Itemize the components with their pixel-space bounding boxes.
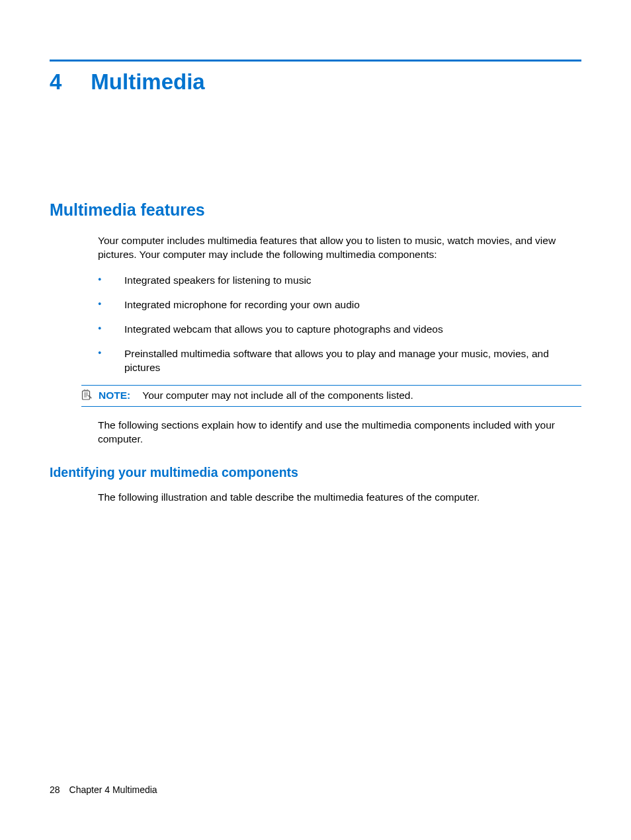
- footer-chapter-label: Chapter 4 Multimedia: [69, 784, 157, 795]
- chapter-title: Multimedia: [91, 69, 204, 94]
- list-item: Integrated speakers for listening to mus…: [98, 274, 581, 288]
- svg-rect-0: [83, 391, 90, 399]
- chapter-rule: [50, 60, 581, 62]
- note-label: NOTE:: [99, 390, 130, 401]
- note-icon: [81, 390, 95, 403]
- document-page: 4Multimedia Multimedia features Your com…: [0, 0, 631, 840]
- list-item: Integrated webcam that allows you to cap…: [98, 323, 581, 337]
- section-heading: Multimedia features: [50, 200, 581, 220]
- chapter-number: 4: [50, 69, 62, 95]
- note-box: NOTE: Your computer may not include all …: [81, 385, 581, 407]
- subsection-heading: Identifying your multimedia components: [50, 465, 581, 480]
- list-item: Preinstalled multimedia software that al…: [98, 347, 581, 375]
- page-footer: 28Chapter 4 Multimedia: [50, 784, 157, 795]
- chapter-heading: 4Multimedia: [50, 69, 581, 95]
- footer-page-number: 28: [50, 784, 60, 795]
- bullet-list: Integrated speakers for listening to mus…: [98, 274, 581, 375]
- note-text: Your computer may not include all of the…: [142, 389, 413, 403]
- section-after-note: The following sections explain how to id…: [98, 419, 581, 446]
- subsection-text: The following illustration and table des…: [98, 491, 581, 505]
- section-intro: Your computer includes multimedia featur…: [98, 234, 581, 262]
- list-item: Integrated microphone for recording your…: [98, 298, 581, 312]
